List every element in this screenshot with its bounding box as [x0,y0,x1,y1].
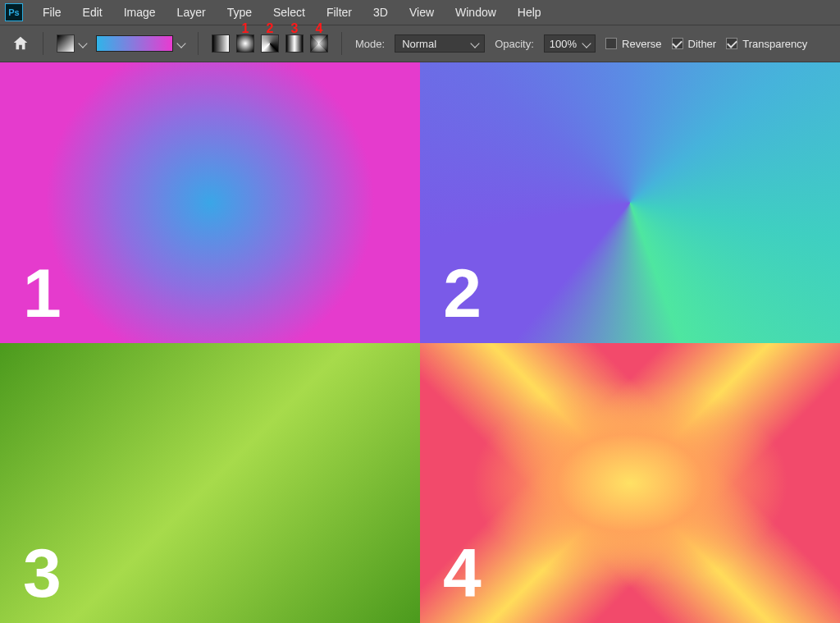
annotation-number: 2 [267,21,274,36]
transparency-checkbox[interactable]: Transparency [726,38,807,50]
menu-layer[interactable]: Layer [167,2,216,22]
diamond-gradient-core [420,343,840,624]
menu-filter[interactable]: Filter [317,2,362,22]
separator [43,32,43,55]
example-reflected-gradient: 3 [0,343,420,624]
menu-edit[interactable]: Edit [73,2,112,22]
menu-3d[interactable]: 3D [363,2,398,22]
reverse-checkbox[interactable]: Reverse [605,38,661,50]
menu-bar: Ps File Edit Image Layer Type Select Fil… [0,0,840,25]
annotation-number: 1 [242,21,249,36]
gradient-type-angle-button[interactable]: 2 [261,34,279,53]
menu-image[interactable]: Image [114,2,166,22]
opacity-input[interactable]: 100% [544,34,596,53]
menu-file[interactable]: File [33,2,71,22]
annotation-number: 3 [291,21,299,36]
dither-checkbox[interactable]: Dither [672,38,717,50]
checkbox-icon [605,38,617,49]
reverse-checkbox-label: Reverse [622,38,661,50]
checkbox-icon [726,38,737,49]
quadrant-label: 1 [23,254,60,333]
gradient-type-radial-button[interactable]: 1 [236,34,254,53]
chevron-down-icon [78,39,87,48]
dither-checkbox-label: Dither [688,38,717,50]
app-logo-icon: Ps [5,3,23,21]
home-icon[interactable] [11,34,30,53]
example-diamond-gradient: 4 [420,343,840,624]
transparency-checkbox-label: Transparency [742,38,807,50]
quadrant-label: 2 [443,254,480,333]
separator [198,32,199,55]
example-radial-gradient: 1 [0,62,420,343]
canvas-area[interactable]: 1 2 3 4 [0,62,840,623]
menu-view[interactable]: View [399,2,444,22]
gradient-type-group: 1 2 3 4 [212,34,328,53]
quadrant-label: 4 [443,534,480,613]
menu-select[interactable]: Select [263,2,315,22]
checkbox-icon [672,38,683,49]
mode-value: Normal [402,38,436,50]
gradient-type-reflected-button[interactable]: 3 [285,34,304,53]
separator [341,32,342,55]
menu-help[interactable]: Help [508,2,551,22]
chevron-down-icon [582,39,591,48]
gradient-preview-swatch-icon [96,35,173,52]
quadrant-label: 3 [23,534,60,613]
gradient-type-diamond-button[interactable]: 4 [310,34,328,53]
mode-dropdown[interactable]: Normal [395,34,485,53]
example-angle-gradient: 2 [420,62,840,343]
tool-preset-swatch-icon [57,34,75,53]
mode-label: Mode: [355,38,385,50]
menu-type[interactable]: Type [217,2,262,22]
opacity-value: 100% [550,38,577,50]
gradient-type-linear-button[interactable] [212,34,230,53]
tool-preset-picker[interactable] [57,34,86,53]
chevron-down-icon [176,39,185,48]
menu-window[interactable]: Window [445,2,506,22]
annotation-number: 4 [316,21,323,36]
options-bar: 1 2 3 4 Mode: Normal Opacity: 100% Rever… [0,25,840,62]
chevron-down-icon [470,39,479,48]
opacity-label: Opacity: [495,38,534,50]
gradient-picker[interactable] [96,35,185,52]
